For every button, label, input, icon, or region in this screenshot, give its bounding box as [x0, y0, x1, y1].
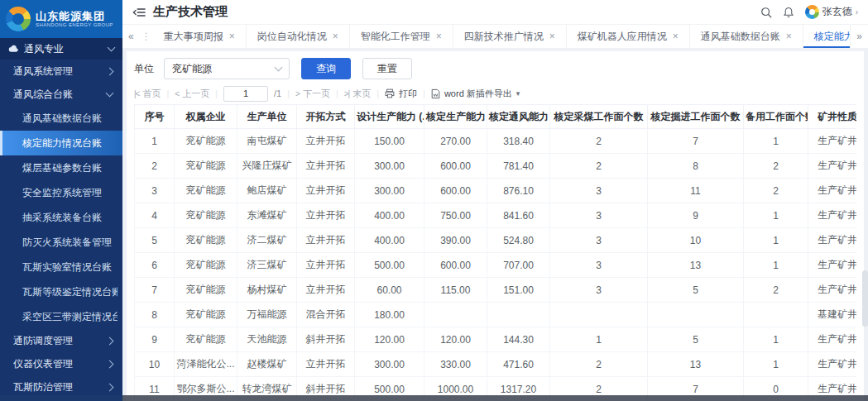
sidebar-item[interactable]: 瓦斯实验室情况台账 [0, 255, 122, 279]
table-cell: 144.30 [487, 327, 550, 352]
tab[interactable]: 核定能力情况台账× [803, 25, 851, 48]
table-cell: 7 [648, 129, 744, 154]
tab[interactable]: 岗位自动化情况× [247, 25, 350, 48]
sidebar-item[interactable]: 通风综合台账 [0, 83, 122, 106]
vertical-scrollbar[interactable] [862, 270, 868, 327]
table-row: 9兖矿能源天池能源斜井开拓120.00120.00144.30151生产矿井 [135, 327, 857, 352]
sidebar-item[interactable]: 通风系统管理 [0, 60, 122, 83]
reset-button[interactable]: 重置 [362, 58, 412, 79]
pagination-bar: |<首页 | <上一页 | /1 | >下一页 | >|末页 | 打印 | wo… [134, 84, 856, 103]
table-cell: 兖矿能源 [175, 228, 237, 253]
tab[interactable]: 通风基础数据台账× [690, 25, 803, 48]
table-cell: 1 [744, 203, 808, 228]
sidebar-collapse-icon[interactable] [132, 7, 146, 18]
table-cell: 杨村煤矿 [237, 278, 297, 303]
page-title: 生产技术管理 [153, 4, 228, 20]
sidebar-item[interactable]: 采空区三带测定情况台账 [0, 304, 122, 329]
sidebar-item[interactable]: 煤层基础参数台账 [0, 155, 122, 180]
table-cell: 6 [135, 253, 175, 278]
pagination-prev[interactable]: <上一页 [175, 88, 209, 100]
tab-close-icon[interactable]: × [549, 31, 555, 41]
sidebar-item[interactable]: 通防调度管理 [0, 329, 122, 352]
tab-close-icon[interactable]: × [333, 31, 338, 41]
filter-bar: 单位 兖矿能源 查询 重置 [134, 56, 856, 81]
table-cell: 300.00 [355, 179, 424, 203]
tab-close-icon[interactable]: × [786, 31, 792, 41]
tab-label: 四新技术推广情况 [464, 30, 544, 44]
sidebar-item[interactable]: 安全监控系统管理 [0, 180, 122, 205]
pagination-next[interactable]: >下一页 [295, 88, 330, 100]
sidebar-item[interactable]: 通风专业 [0, 38, 122, 60]
pagination-last[interactable]: >|末页 [344, 88, 371, 100]
sidebar-item-label: 煤层基础参数台账 [22, 161, 102, 175]
cloud-icon [8, 45, 19, 53]
bell-icon[interactable] [783, 7, 794, 18]
tab[interactable]: 四新技术推广情况× [453, 25, 567, 48]
page-input[interactable] [223, 86, 268, 102]
table-cell: 立井开拓 [297, 278, 355, 303]
pagination-first[interactable]: |<首页 [134, 88, 161, 100]
tab[interactable]: 煤矿机器人应用情况× [567, 25, 690, 48]
chevron-right-icon [106, 67, 114, 75]
tab[interactable]: 智能化工作管理× [350, 25, 453, 48]
table-cell: 11 [648, 179, 744, 203]
table-cell: 生产矿井 [808, 203, 857, 228]
sidebar-item-label: 瓦斯实验室情况台账 [22, 260, 112, 274]
table-cell: 8 [648, 154, 744, 179]
chevron-down-icon [108, 44, 116, 52]
divider: | [215, 88, 218, 98]
sidebar-item[interactable]: 通风基础数据台账 [0, 106, 122, 131]
search-icon[interactable] [760, 7, 772, 18]
tab[interactable]: 重大事项周报× [153, 25, 247, 48]
table-cell [487, 303, 550, 327]
tab-label: 岗位自动化情况 [257, 30, 327, 44]
panel: 单位 兖矿能源 查询 重置 |<首页 | <上一页 | /1 | >下一页 | … [127, 51, 864, 401]
table-cell: 150.00 [355, 129, 424, 154]
tab-close-icon[interactable]: × [436, 31, 442, 41]
sidebar-item[interactable]: 瓦斯等级鉴定情况台账 [0, 279, 122, 304]
sidebar-item[interactable]: 核定能力情况台账 [0, 131, 122, 155]
table-cell: 524.80 [487, 228, 550, 253]
sidebar-item[interactable]: 仪器仪表管理 [0, 352, 122, 375]
table-row: 3兖矿能源鲍店煤矿立井开拓300.00600.00876.103112生产矿井 [135, 179, 857, 203]
sidebar-item-label: 通风基础数据台账 [22, 112, 102, 126]
tab-label: 核定能力情况台账 [814, 30, 851, 44]
table-cell: 600.00 [424, 154, 487, 179]
tab-label: 煤矿机器人应用情况 [578, 30, 667, 44]
horizontal-scrollbar[interactable] [0, 395, 868, 401]
table-cell: 13 [648, 253, 744, 278]
content: 单位 兖矿能源 查询 重置 |<首页 | <上一页 | /1 | >下一页 | … [122, 48, 868, 401]
brand-name: 山东能源集团 [36, 11, 113, 22]
table-row: 5兖矿能源济二煤矿立井开拓400.00390.00524.803101生产矿井 [135, 228, 857, 253]
table-cell: 151.00 [487, 278, 550, 303]
sidebar-item-label: 通防调度管理 [13, 334, 73, 348]
tabs-overflow-icon[interactable]: » [850, 25, 868, 48]
print-button[interactable]: 打印 [385, 88, 417, 100]
tabs-collapse-icon[interactable]: « [122, 25, 140, 48]
word-export-button[interactable]: word 新插件导出 ▾ [431, 88, 520, 100]
table-cell: 生产矿井 [808, 129, 857, 154]
table-cell: 立井开拓 [297, 129, 355, 154]
table-cell [744, 303, 808, 327]
divider: | [376, 88, 379, 98]
table-cell: 10 [135, 352, 175, 377]
chevron-right-icon [106, 383, 114, 391]
table-cell: 兖矿能源 [175, 154, 237, 179]
unit-select[interactable]: 兖矿能源 [164, 58, 290, 79]
sidebar-item[interactable]: 防灭火系统装备管理 [0, 230, 122, 255]
table-cell: 立井开拓 [297, 228, 355, 253]
table-cell: 菏泽能化公... [175, 352, 237, 377]
table-cell: 4 [135, 203, 175, 228]
table-cell: 1 [744, 129, 808, 154]
sidebar-item[interactable]: 抽采系统装备台账 [0, 205, 122, 230]
table-cell: 生产矿井 [808, 179, 857, 203]
tab-label: 通风基础数据台账 [701, 30, 780, 44]
table-cell: 东滩煤矿 [237, 203, 297, 228]
sidebar-item-label: 核定能力情况台账 [22, 136, 102, 150]
table-row: 6兖矿能源济三煤矿立井开拓500.00600.00707.003131生产矿井 [135, 253, 857, 278]
table-cell: 兴隆庄煤矿 [237, 154, 297, 179]
user-menu[interactable]: 张玄德 › [805, 5, 858, 19]
search-button[interactable]: 查询 [301, 58, 351, 79]
tab-close-icon[interactable]: × [673, 31, 679, 41]
tab-close-icon[interactable]: × [229, 31, 235, 41]
